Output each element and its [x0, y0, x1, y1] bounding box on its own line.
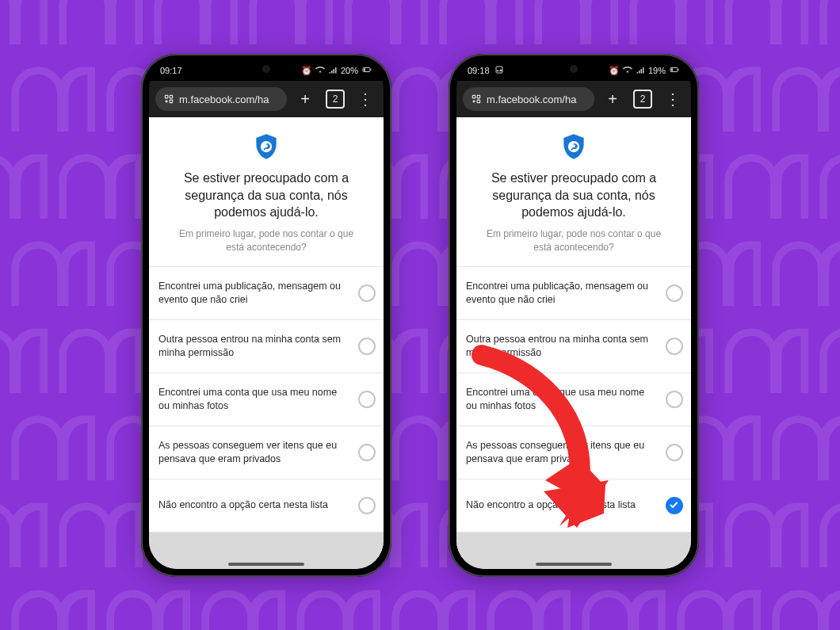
option-row[interactable]: Encontrei uma publicação, mensagem ou ev… — [456, 267, 691, 320]
option-list: Encontrei uma publicação, mensagem ou ev… — [149, 266, 384, 533]
alarm-icon: ⏰ — [301, 66, 312, 76]
svg-point-6 — [261, 141, 272, 152]
radio-button[interactable] — [666, 338, 683, 355]
hero-section: Se estiver preocupado com a segurança da… — [456, 117, 691, 266]
option-label: Encontrei uma conta que usa meu nome ou … — [158, 386, 350, 413]
url-text: m.facebook.com/ha — [487, 94, 576, 105]
browser-toolbar: m.facebook.com/ha + 2 ⋮ — [149, 81, 384, 117]
svg-rect-7 — [496, 67, 502, 73]
page-subtitle: Em primeiro lugar, pode nos contar o que… — [480, 227, 667, 255]
battery-text: 19% — [648, 66, 666, 75]
page-title: Se estiver preocupado com a segurança da… — [166, 170, 366, 221]
security-shield-icon — [251, 132, 281, 162]
url-bar[interactable]: m.facebook.com/ha — [155, 87, 287, 111]
status-bar: 09:17 ⏰ 20% — [149, 60, 384, 81]
battery-text: 20% — [341, 66, 358, 75]
radio-button[interactable] — [666, 444, 683, 461]
option-label: Encontrei uma publicação, mensagem ou ev… — [466, 280, 658, 307]
alarm-icon: ⏰ — [609, 66, 620, 76]
screenshot-icon — [494, 65, 504, 76]
option-label: Não encontro a opção certa nesta lista — [466, 498, 658, 512]
tab-switcher-button[interactable]: 2 — [631, 87, 655, 111]
radio-button[interactable] — [358, 284, 376, 302]
tutorial-image: 09:17 ⏰ 20% — [0, 0, 840, 630]
option-row[interactable]: Não encontro a opção certa nesta lista — [149, 479, 384, 533]
battery-icon — [669, 65, 680, 76]
front-camera-hole — [261, 63, 272, 74]
signal-icon — [328, 65, 338, 76]
battery-icon — [361, 65, 372, 76]
option-list: Encontrei uma publicação, mensagem ou ev… — [456, 266, 691, 533]
option-label: Encontrei uma conta que usa meu nome ou … — [466, 386, 658, 413]
option-row[interactable]: Outra pessoa entrou na minha conta sem m… — [456, 320, 691, 373]
option-row[interactable]: As pessoas conseguem ver itens que eu pe… — [149, 426, 384, 479]
site-settings-icon — [163, 94, 174, 105]
browser-toolbar: m.facebook.com/ha + 2 ⋮ — [456, 81, 691, 117]
option-row[interactable]: Outra pessoa entrou na minha conta sem m… — [149, 320, 384, 373]
tab-count: 2 — [640, 94, 646, 104]
tab-count: 2 — [333, 94, 338, 104]
phone-screen: 09:18 ⏰ 19% — [456, 60, 691, 569]
page-title: Se estiver preocupado com a segurança da… — [474, 170, 674, 221]
radio-button[interactable] — [358, 497, 376, 514]
radio-button[interactable] — [666, 284, 683, 302]
tab-switcher-button[interactable]: 2 — [323, 87, 347, 111]
option-row[interactable]: Encontrei uma publicação, mensagem ou ev… — [149, 267, 384, 320]
option-label: Outra pessoa entrou na minha conta sem m… — [158, 333, 350, 360]
wifi-icon — [623, 65, 632, 76]
signal-icon — [636, 65, 645, 76]
svg-rect-12 — [477, 95, 480, 98]
gesture-bar — [228, 563, 304, 566]
background-pattern — [0, 0, 840, 630]
option-label: As pessoas conseguem ver itens que eu pe… — [466, 439, 658, 466]
svg-point-14 — [568, 141, 579, 152]
svg-rect-9 — [678, 69, 679, 71]
radio-button[interactable] — [358, 338, 376, 355]
radio-button[interactable] — [358, 444, 376, 461]
option-label: As pessoas conseguem ver itens que eu pe… — [158, 439, 350, 466]
svg-rect-10 — [671, 69, 673, 71]
option-row[interactable]: Encontrei uma conta que usa meu nome ou … — [456, 373, 691, 426]
wifi-icon — [315, 65, 325, 76]
page-content: Se estiver preocupado com a segurança da… — [149, 117, 384, 569]
page-subtitle: Em primeiro lugar, pode nos contar o que… — [173, 227, 360, 255]
option-row[interactable]: Encontrei uma conta que usa meu nome ou … — [149, 373, 384, 426]
front-camera-hole — [568, 63, 579, 74]
url-bar[interactable]: m.facebook.com/ha — [463, 87, 594, 111]
gesture-bar — [536, 563, 612, 566]
svg-rect-2 — [364, 69, 365, 71]
phone-mockup-right: 09:18 ⏰ 19% — [449, 54, 699, 577]
radio-button[interactable] — [666, 497, 683, 514]
status-time: 09:17 — [160, 66, 182, 75]
status-bar: 09:18 ⏰ 19% — [456, 60, 691, 81]
new-tab-button[interactable]: + — [293, 87, 317, 111]
radio-button[interactable] — [358, 391, 376, 408]
phone-mockup-left: 09:17 ⏰ 20% — [141, 54, 391, 577]
svg-rect-5 — [170, 100, 173, 103]
option-row[interactable]: As pessoas conseguem ver itens que eu pe… — [456, 426, 691, 479]
phone-screen: 09:17 ⏰ 20% — [149, 60, 384, 569]
page-content: Se estiver preocupado com a segurança da… — [456, 117, 691, 569]
svg-rect-1 — [371, 69, 372, 71]
site-settings-icon — [471, 94, 482, 105]
new-tab-button[interactable]: + — [601, 87, 624, 111]
option-row[interactable]: Não encontro a opção certa nesta lista — [456, 479, 691, 533]
option-label: Não encontro a opção certa nesta lista — [158, 498, 350, 512]
svg-rect-3 — [165, 95, 168, 98]
radio-button[interactable] — [666, 391, 683, 408]
hero-section: Se estiver preocupado com a segurança da… — [149, 117, 384, 266]
security-shield-icon — [559, 132, 589, 162]
svg-rect-13 — [477, 100, 480, 103]
url-text: m.facebook.com/ha — [179, 94, 269, 105]
option-label: Outra pessoa entrou na minha conta sem m… — [466, 333, 658, 360]
overflow-menu-button[interactable]: ⋮ — [661, 87, 685, 111]
option-label: Encontrei uma publicação, mensagem ou ev… — [158, 280, 350, 307]
status-time: 09:18 — [468, 66, 490, 75]
overflow-menu-button[interactable]: ⋮ — [353, 87, 377, 111]
svg-rect-11 — [472, 95, 475, 98]
svg-rect-4 — [170, 95, 173, 98]
